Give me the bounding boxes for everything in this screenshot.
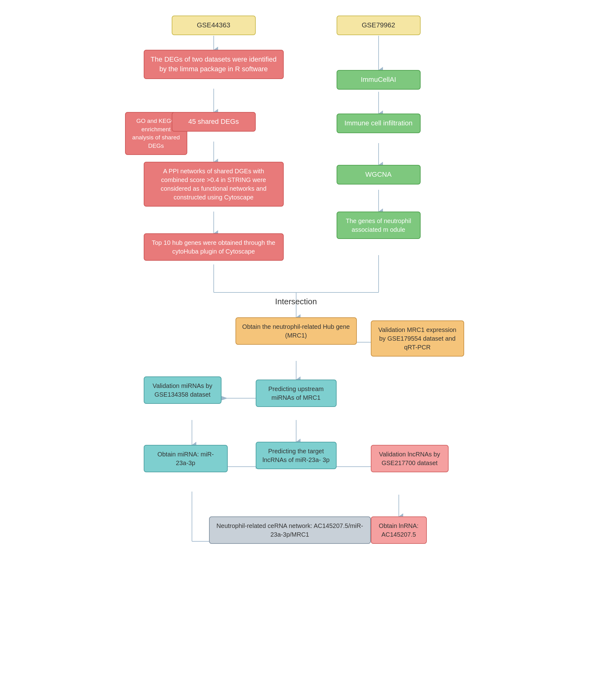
top10-hub-label: Top 10 hub genes were obtained through t… <box>152 239 275 255</box>
cerna-network-label: Neutrophil-related ceRNA network: AC1452… <box>216 522 363 538</box>
gse79962-label: GSE79962 <box>362 21 395 29</box>
immucellai-label: ImmuCellAI <box>361 76 396 83</box>
obtain-mrc1-label: Obtain the neutrophil-related Hub gene (… <box>242 323 350 339</box>
validation-mirna-box: Validation miRNAs by GSE134358 dataset <box>144 377 221 404</box>
wgcna-label: WGCNA <box>365 170 391 178</box>
degs-identified-label: The DEGs of two datasets were identified… <box>151 55 277 73</box>
gse44363-label: GSE44363 <box>197 21 231 29</box>
obtain-lncrna-box: Obtain lnRNA: AC145207.5 <box>371 516 427 544</box>
ppi-networks-label: A PPI networks of shared DGEs with combi… <box>160 168 266 201</box>
shared-degs-box: 45 shared DEGs <box>172 112 256 132</box>
cerna-network-box: Neutrophil-related ceRNA network: AC1452… <box>209 516 371 544</box>
predicting-target-box: Predicting the target lncRNAs of miR-23a… <box>256 442 337 469</box>
intersection-label: Intersection <box>225 297 368 306</box>
obtain-mrc1-box: Obtain the neutrophil-related Hub gene (… <box>236 317 357 345</box>
validation-mirna-label: Validation miRNAs by GSE134358 dataset <box>153 382 212 398</box>
immucellai-box: ImmuCellAI <box>337 70 421 90</box>
validation-mrc1-box: Validation MRC1 expression by GSE179554 … <box>371 320 464 356</box>
predicting-target-label: Predicting the target lncRNAs of miR-23a… <box>262 448 330 463</box>
ppi-networks-box: A PPI networks of shared DGEs with combi… <box>144 162 284 207</box>
wgcna-box: WGCNA <box>337 165 421 185</box>
immune-infiltration-box: Immune cell infiltration <box>337 113 421 133</box>
neutrophil-module-box: The genes of neutrophil associated m odu… <box>337 211 421 239</box>
obtain-lncrna-label: Obtain lnRNA: AC145207.5 <box>379 522 419 538</box>
predicting-upstream-box: Predicting upstream miRNAs of MRC1 <box>256 380 337 407</box>
validation-lncrna-label: Validation lncRNAs by GSE217700 dataset <box>379 451 440 466</box>
predicting-upstream-label: Predicting upstream miRNAs of MRC1 <box>268 386 324 401</box>
obtain-mirna-box: Obtain miRNA: miR- 23a-3p <box>144 445 228 472</box>
top10-hub-box: Top 10 hub genes were obtained through t… <box>144 233 284 261</box>
immune-infiltration-label: Immune cell infiltration <box>344 119 412 127</box>
intersection-text: Intersection <box>275 297 317 306</box>
validation-lncrna-box: Validation lncRNAs by GSE217700 dataset <box>371 445 449 472</box>
gse79962-box: GSE79962 <box>337 15 421 35</box>
degs-identified-box: The DEGs of two datasets were identified… <box>144 50 284 79</box>
shared-degs-label: 45 shared DEGs <box>188 117 239 126</box>
validation-mrc1-label: Validation MRC1 expression by GSE179554 … <box>378 327 456 351</box>
obtain-mirna-label: Obtain miRNA: miR- 23a-3p <box>157 451 214 466</box>
gse44363-box: GSE44363 <box>172 15 256 35</box>
neutrophil-module-label: The genes of neutrophil associated m odu… <box>346 217 411 233</box>
